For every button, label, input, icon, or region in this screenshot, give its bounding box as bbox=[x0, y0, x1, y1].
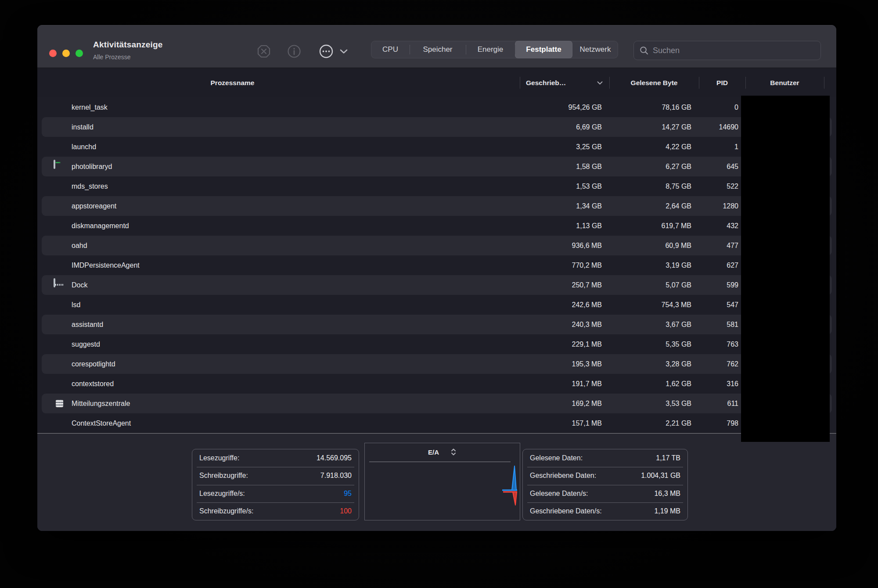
redacted-user-column bbox=[741, 96, 830, 442]
more-options-button[interactable] bbox=[317, 42, 336, 61]
table-row[interactable]: launchd 3,25 GB 4,22 GB 1 bbox=[37, 137, 836, 157]
bytes-read: 8,75 GB bbox=[609, 176, 691, 196]
bytes-read: 619,7 MB bbox=[609, 216, 691, 236]
column-divider[interactable] bbox=[520, 77, 520, 89]
table-row[interactable]: contextstored 191,7 MB 1,62 GB 316 bbox=[37, 374, 836, 394]
stat-label: Geschriebene Daten: bbox=[530, 472, 596, 480]
bytes-read: 60,9 MB bbox=[609, 236, 691, 255]
bytes-written: 191,7 MB bbox=[520, 374, 602, 394]
tab-netzwerk[interactable]: Netzwerk bbox=[572, 41, 618, 58]
search-input[interactable] bbox=[653, 46, 815, 55]
column-header-pid[interactable]: PID bbox=[699, 68, 745, 97]
no-icon bbox=[54, 358, 65, 370]
column-header-geschriebene-byte[interactable]: Geschrieb… bbox=[520, 68, 609, 97]
desktop-background: Aktivitätsanzeige Alle Prozesse bbox=[0, 0, 878, 588]
bytes-read: 6,27 GB bbox=[609, 157, 691, 176]
window-subtitle: Alle Prozesse bbox=[93, 54, 163, 61]
table-row[interactable]: kernel_task 954,26 GB 78,16 GB 0 bbox=[37, 97, 836, 117]
table-row[interactable]: installd 6,69 GB 14,27 GB 14690 bbox=[37, 117, 836, 137]
process-name: launchd bbox=[72, 137, 96, 157]
process-name: kernel_task bbox=[72, 97, 108, 117]
tab-energie[interactable]: Energie bbox=[466, 41, 515, 58]
io-popup-button[interactable]: E/A bbox=[365, 443, 520, 461]
io-count-stats: Lesezugriffe: 14.569.095 Schreibzugriffe… bbox=[192, 449, 359, 520]
stat-label: Geschriebene Daten/s: bbox=[530, 507, 602, 515]
chevron-down-icon bbox=[339, 49, 348, 54]
column-divider[interactable] bbox=[824, 77, 824, 89]
table-header: Prozessname Geschrieb… Gelesene Byte PID… bbox=[37, 68, 836, 97]
table-row[interactable]: appstoreagent 1,34 GB 2,64 GB 1280 bbox=[37, 196, 836, 216]
tab-cpu[interactable]: CPU bbox=[371, 41, 410, 58]
table-row[interactable]: suggestd 229,1 MB 5,35 GB 763 bbox=[37, 334, 836, 354]
bytes-written: 169,2 MB bbox=[520, 394, 602, 413]
no-icon bbox=[54, 240, 65, 251]
table-row[interactable]: photolibraryd 1,58 GB 6,27 GB 645 bbox=[37, 157, 836, 176]
column-divider[interactable] bbox=[745, 77, 746, 89]
bytes-written: 1,34 GB bbox=[520, 196, 602, 216]
process-pid: 316 bbox=[699, 374, 738, 394]
process-name: diskmanagementd bbox=[72, 216, 129, 236]
dock-icon bbox=[54, 278, 55, 287]
table-row[interactable]: diskmanagementd 1,13 GB 619,7 MB 432 bbox=[37, 216, 836, 236]
column-label: Gelesene Byte bbox=[631, 79, 678, 87]
io-data-stats: Gelesene Daten: 1,17 TB Geschriebene Dat… bbox=[522, 449, 688, 520]
no-icon bbox=[54, 259, 65, 271]
table-row[interactable]: corespotlightd 195,3 MB 3,28 GB 762 bbox=[37, 354, 836, 374]
stat-label: Schreibzugriffe/s: bbox=[199, 507, 253, 515]
table-row[interactable]: IMDPersistenceAgent 770,2 MB 3,19 GB 627 bbox=[37, 255, 836, 275]
stop-process-button[interactable] bbox=[254, 42, 273, 61]
stepper-chevrons-icon bbox=[450, 448, 457, 456]
column-label: PID bbox=[716, 79, 728, 87]
process-name: appstoreagent bbox=[72, 196, 116, 216]
table-row[interactable]: lsd 242,6 MB 754,3 MB 547 bbox=[37, 295, 836, 315]
process-name: mds_stores bbox=[72, 176, 108, 196]
no-icon bbox=[54, 299, 65, 311]
bytes-read: 78,16 GB bbox=[609, 97, 691, 117]
stat-value: 16,3 MB bbox=[654, 490, 680, 498]
process-name: assistantd bbox=[72, 315, 103, 334]
bytes-written: 954,26 GB bbox=[520, 97, 602, 117]
table-row[interactable]: ContextStoreAgent 157,1 MB 2,21 GB 798 bbox=[37, 413, 836, 433]
bytes-read: 2,21 GB bbox=[609, 413, 691, 433]
bytes-read: 5,07 GB bbox=[609, 275, 691, 295]
process-pid: 522 bbox=[699, 176, 738, 196]
table-row[interactable]: Dock 250,7 MB 5,07 GB 599 bbox=[37, 275, 836, 295]
column-divider[interactable] bbox=[699, 77, 699, 89]
no-icon bbox=[54, 180, 65, 192]
stat-value: 7.918.030 bbox=[320, 472, 352, 480]
more-options-chevron[interactable] bbox=[338, 42, 350, 61]
search-field[interactable] bbox=[633, 41, 821, 60]
tab-speicher[interactable]: Speicher bbox=[410, 41, 466, 58]
no-icon bbox=[54, 121, 65, 133]
no-icon bbox=[54, 200, 65, 212]
inspect-process-button[interactable] bbox=[284, 42, 304, 61]
table-row[interactable]: Mitteilungszentrale 169,2 MB 3,53 GB 611 bbox=[37, 394, 836, 413]
titleblock: Aktivitätsanzeige Alle Prozesse bbox=[93, 40, 163, 61]
bytes-written: 936,6 MB bbox=[520, 236, 602, 255]
process-table: kernel_task 954,26 GB 78,16 GB 0 install… bbox=[37, 97, 836, 433]
no-icon bbox=[54, 417, 65, 429]
process-pid: 581 bbox=[699, 315, 738, 334]
column-header-gelesene-byte[interactable]: Gelesene Byte bbox=[609, 68, 699, 97]
footer-panel: Lesezugriffe: 14.569.095 Schreibzugriffe… bbox=[37, 433, 836, 531]
zoom-button[interactable] bbox=[76, 50, 83, 57]
titlebar: Aktivitätsanzeige Alle Prozesse bbox=[37, 25, 836, 68]
column-header-prozessname[interactable]: Prozessname bbox=[37, 68, 520, 97]
bytes-written: 229,1 MB bbox=[520, 334, 602, 354]
column-divider[interactable] bbox=[609, 77, 610, 89]
table-row[interactable]: oahd 936,6 MB 60,9 MB 477 bbox=[37, 236, 836, 255]
io-popup-label: E/A bbox=[428, 448, 439, 456]
minimize-button[interactable] bbox=[62, 50, 70, 57]
process-pid: 645 bbox=[699, 157, 738, 176]
no-icon bbox=[54, 378, 65, 390]
process-name: lsd bbox=[72, 295, 80, 315]
column-header-benutzer[interactable]: Benutzer bbox=[745, 68, 824, 97]
search-icon bbox=[639, 46, 649, 55]
process-name: ContextStoreAgent bbox=[72, 413, 131, 433]
table-row[interactable]: assistantd 240,3 MB 3,67 GB 581 bbox=[37, 315, 836, 334]
close-button[interactable] bbox=[49, 50, 57, 57]
process-name: photolibraryd bbox=[72, 157, 112, 176]
table-row[interactable]: mds_stores 1,53 GB 8,75 GB 522 bbox=[37, 176, 836, 196]
tab-festplatte[interactable]: Festplatte bbox=[515, 41, 572, 58]
stat-value: 1,19 MB bbox=[654, 507, 680, 515]
